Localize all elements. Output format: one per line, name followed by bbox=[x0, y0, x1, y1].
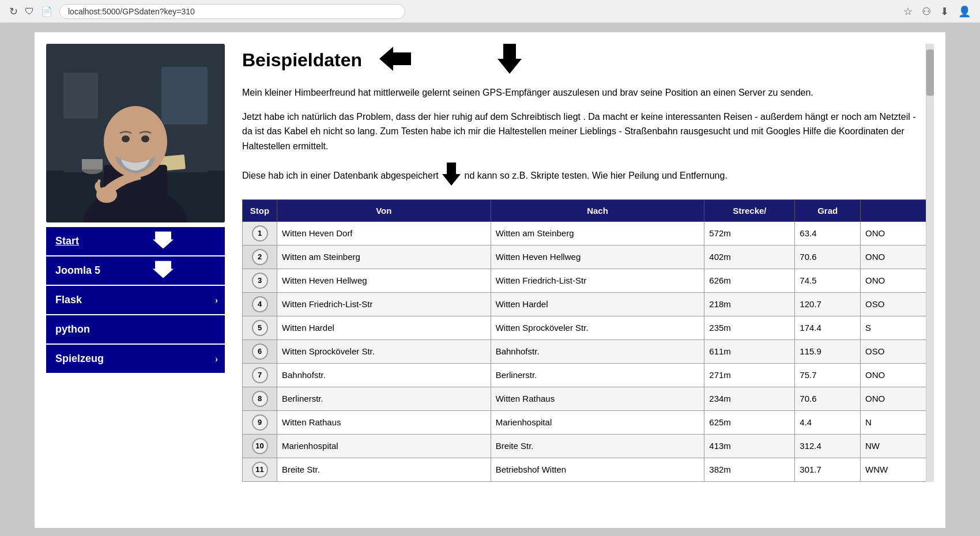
cell-stop: 7 bbox=[243, 363, 277, 387]
cell-von: Witten Sprocköveler Str. bbox=[277, 339, 491, 363]
table-row: 9 Witten Rathaus Marienhospital 625m 4.4… bbox=[243, 410, 928, 434]
svg-marker-18 bbox=[442, 163, 461, 186]
svg-point-11 bbox=[122, 135, 130, 142]
cell-strecke: 218m bbox=[704, 292, 795, 316]
table-row: 5 Witten Hardel Witten Sprocköveler Str.… bbox=[243, 316, 928, 339]
cell-grad: 70.6 bbox=[795, 245, 861, 269]
nav-item-start[interactable]: Start bbox=[46, 227, 225, 255]
cell-stop: 9 bbox=[243, 410, 277, 434]
cell-strecke: 626m bbox=[704, 269, 795, 292]
cell-dir: ONO bbox=[860, 221, 928, 245]
cell-grad: 115.9 bbox=[795, 339, 861, 363]
stop-number: 5 bbox=[252, 320, 268, 336]
cell-stop: 5 bbox=[243, 316, 277, 339]
cell-grad: 312.4 bbox=[795, 434, 861, 458]
cell-grad: 70.6 bbox=[795, 387, 861, 410]
shield-icon: 🛡 bbox=[25, 6, 34, 17]
cell-von: Bahnhofstr. bbox=[277, 363, 491, 387]
stop-number: 4 bbox=[252, 296, 268, 312]
nav-item-spielzeug[interactable]: Spielzeug › bbox=[46, 345, 225, 373]
table-row: 3 Witten Heven Hellweg Witten Friedrich-… bbox=[243, 269, 928, 292]
browser-chrome: ↻ 🛡 📄 localhost:5000/GPSdaten?key=310 ☆ … bbox=[0, 0, 980, 23]
svg-marker-17 bbox=[497, 44, 522, 74]
svg-marker-14 bbox=[153, 231, 174, 248]
nav-label-python: python bbox=[55, 323, 90, 335]
cell-dir: WNW bbox=[860, 458, 928, 481]
stop-number: 6 bbox=[252, 344, 268, 360]
reload-button[interactable]: ↻ bbox=[9, 5, 18, 18]
stop-number: 11 bbox=[252, 462, 268, 478]
title-row: Beispieldaten bbox=[242, 44, 928, 76]
table-row: 2 Witten am Steinberg Witten Heven Hellw… bbox=[243, 245, 928, 269]
cell-grad: 63.4 bbox=[795, 221, 861, 245]
table-row: 1 Witten Heven Dorf Witten am Steinberg … bbox=[243, 221, 928, 245]
table-row: 6 Witten Sprocköveler Str. Bahnhofstr. 6… bbox=[243, 339, 928, 363]
table-row: 7 Bahnhofstr. Berlinerstr. 271m 75.7 ONO bbox=[243, 363, 928, 387]
cell-strecke: 611m bbox=[704, 339, 795, 363]
cell-nach: Witten Hardel bbox=[491, 292, 704, 316]
stop-number: 8 bbox=[252, 391, 268, 407]
cell-strecke: 402m bbox=[704, 245, 795, 269]
cell-nach: Witten Heven Hellweg bbox=[491, 245, 704, 269]
cell-stop: 6 bbox=[243, 339, 277, 363]
arrow-left-icon bbox=[379, 47, 411, 73]
nav-label-flask: Flask bbox=[55, 294, 82, 306]
scrollbar[interactable] bbox=[926, 44, 934, 482]
nav-label-spielzeug: Spielzeug bbox=[55, 353, 104, 365]
description-1: Mein kleiner Himbeerfreund hat mittlerwe… bbox=[242, 85, 928, 100]
cell-strecke: 382m bbox=[704, 458, 795, 481]
cell-stop: 3 bbox=[243, 269, 277, 292]
main-layout: Start Joomla 5 bbox=[35, 32, 945, 493]
download-icon[interactable]: ⬇ bbox=[940, 5, 949, 18]
nav-menu: Start Joomla 5 bbox=[46, 227, 225, 373]
nav-label-start: Start bbox=[55, 235, 79, 247]
cell-von: Witten Heven Hellweg bbox=[277, 269, 491, 292]
nav-item-flask[interactable]: Flask › bbox=[46, 286, 225, 314]
cell-von: Marienhospital bbox=[277, 434, 491, 458]
cell-stop: 8 bbox=[243, 387, 277, 410]
cell-von: Witten am Steinberg bbox=[277, 245, 491, 269]
description-2: Jetzt habe ich natürlich das Problem, da… bbox=[242, 110, 928, 154]
table-row: 8 Berlinerstr. Witten Rathaus 234m 70.6 … bbox=[243, 387, 928, 410]
cell-von: Witten Heven Dorf bbox=[277, 221, 491, 245]
cell-dir: N bbox=[860, 410, 928, 434]
bookmark-icon[interactable]: ☆ bbox=[903, 5, 913, 18]
cell-stop: 10 bbox=[243, 434, 277, 458]
cell-dir: OSO bbox=[860, 339, 928, 363]
col-header-stop: Stop bbox=[243, 199, 277, 221]
cell-nach: Bahnhofstr. bbox=[491, 339, 704, 363]
cell-dir: OSO bbox=[860, 292, 928, 316]
cell-von: Breite Str. bbox=[277, 458, 491, 481]
table-row: 11 Breite Str. Betriebshof Witten 382m 3… bbox=[243, 458, 928, 481]
cell-stop: 2 bbox=[243, 245, 277, 269]
user-icon[interactable]: 👤 bbox=[958, 5, 971, 18]
cell-nach: Berlinerstr. bbox=[491, 363, 704, 387]
cell-von: Witten Friedrich-List-Str bbox=[277, 292, 491, 316]
cell-nach: Witten am Steinberg bbox=[491, 221, 704, 245]
cell-von: Berlinerstr. bbox=[277, 387, 491, 410]
address-bar[interactable]: localhost:5000/GPSdaten?key=310 bbox=[59, 4, 405, 19]
nav-item-python[interactable]: python bbox=[46, 315, 225, 344]
sidebar: Start Joomla 5 bbox=[46, 44, 225, 482]
cell-von: Witten Hardel bbox=[277, 316, 491, 339]
main-content: Beispieldaten Mein kleiner Himbeerfreund… bbox=[236, 44, 934, 482]
cell-grad: 74.5 bbox=[795, 269, 861, 292]
svg-rect-2 bbox=[63, 73, 98, 119]
svg-rect-6 bbox=[82, 159, 103, 169]
svg-marker-15 bbox=[153, 261, 174, 278]
cell-nach: Witten Sprocköveler Str. bbox=[491, 316, 704, 339]
col-header-dir bbox=[860, 199, 928, 221]
table-row: 10 Marienhospital Breite Str. 413m 312.4… bbox=[243, 434, 928, 458]
cell-dir: S bbox=[860, 316, 928, 339]
col-header-strecke: Strecke/ bbox=[704, 199, 795, 221]
cell-strecke: 234m bbox=[704, 387, 795, 410]
nav-item-joomla[interactable]: Joomla 5 bbox=[46, 256, 225, 285]
cell-grad: 174.4 bbox=[795, 316, 861, 339]
cell-grad: 75.7 bbox=[795, 363, 861, 387]
cell-dir: ONO bbox=[860, 387, 928, 410]
cell-nach: Marienhospital bbox=[491, 410, 704, 434]
cell-dir: ONO bbox=[860, 269, 928, 292]
profile-icon[interactable]: ⚇ bbox=[922, 5, 931, 18]
cell-nach: Betriebshof Witten bbox=[491, 458, 704, 481]
cell-stop: 11 bbox=[243, 458, 277, 481]
